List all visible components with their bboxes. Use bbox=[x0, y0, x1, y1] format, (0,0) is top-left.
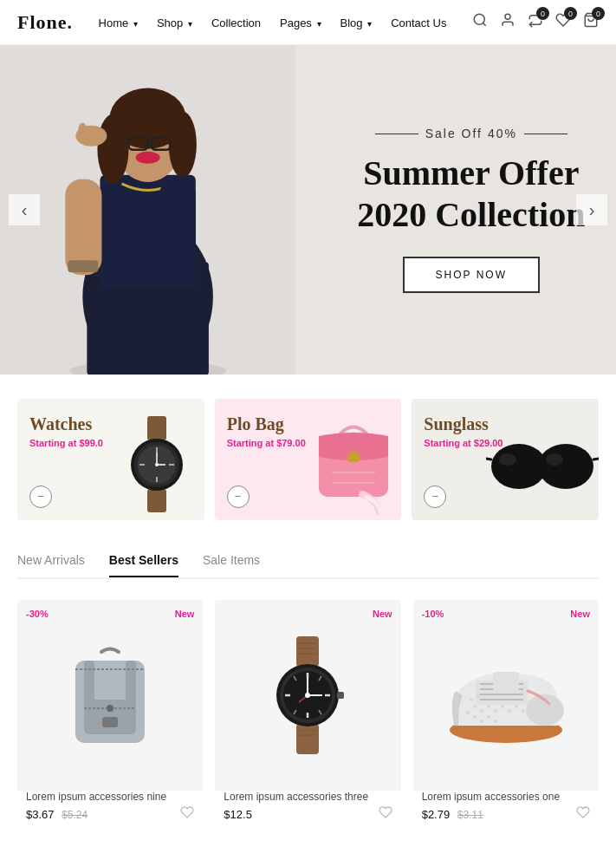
hero-title: Summer Offer 2020 Collection bbox=[357, 153, 585, 236]
product-tabs: New Arrivals Best Sellers Sale Items bbox=[17, 553, 599, 579]
product-2-price: $12.5 bbox=[224, 808, 252, 821]
svg-rect-104 bbox=[493, 672, 519, 691]
watch-image bbox=[109, 407, 204, 520]
product-2-name: Lorem ipsum accessories three bbox=[224, 791, 392, 803]
svg-point-0 bbox=[474, 14, 484, 24]
svg-line-42 bbox=[486, 458, 491, 459]
cat-watches-explore-button[interactable]: − bbox=[29, 485, 52, 508]
svg-rect-18 bbox=[159, 179, 196, 275]
cart-icon[interactable]: 0 bbox=[583, 12, 599, 32]
navbar-icons: 0 0 0 bbox=[472, 12, 599, 32]
svg-rect-36 bbox=[351, 450, 356, 457]
svg-rect-49 bbox=[126, 661, 136, 721]
cat-sunglass-title: Sunglass bbox=[424, 414, 503, 434]
svg-point-12 bbox=[169, 112, 197, 178]
new-badge-2: New bbox=[373, 609, 392, 619]
nav-link-collection[interactable]: Collection bbox=[211, 16, 261, 29]
nav-link-home[interactable]: Home ▾ bbox=[99, 16, 138, 29]
wishlist-icon[interactable]: 0 bbox=[555, 12, 571, 32]
compare-icon[interactable]: 0 bbox=[528, 12, 543, 32]
svg-point-88 bbox=[487, 705, 490, 708]
svg-point-97 bbox=[487, 715, 490, 719]
cat-bag-subtitle: Starting at $79.00 bbox=[227, 438, 306, 448]
svg-rect-21 bbox=[68, 260, 98, 272]
nav-item-collection[interactable]: Collection bbox=[211, 15, 261, 30]
nav-links: Home ▾ Shop ▾ Collection Pages ▾ Blog ▾ bbox=[99, 15, 447, 30]
svg-point-93 bbox=[522, 709, 525, 713]
hero-content: Sale Off 40% Summer Offer 2020 Collectio… bbox=[357, 127, 585, 293]
product-3-wishlist-button[interactable] bbox=[576, 805, 590, 823]
search-icon[interactable] bbox=[472, 12, 488, 32]
wishlist-badge: 0 bbox=[564, 7, 577, 20]
product-1-image-area[interactable] bbox=[17, 600, 203, 791]
svg-rect-53 bbox=[102, 717, 118, 727]
product-2-image-area[interactable] bbox=[215, 600, 400, 791]
nav-link-blog[interactable]: Blog ▾ bbox=[340, 16, 373, 29]
svg-point-86 bbox=[473, 705, 477, 708]
svg-point-98 bbox=[494, 720, 497, 723]
cat-sunglass-explore-button[interactable]: − bbox=[424, 485, 446, 508]
svg-line-1 bbox=[483, 23, 485, 25]
nav-item-contact[interactable]: Contact Us bbox=[391, 15, 446, 30]
svg-rect-58 bbox=[296, 724, 319, 754]
product-card-1: -30% New bbox=[17, 600, 203, 831]
hero-slider: ‹ Sale Off 40% Summer Offer 2020 Collect… bbox=[0, 45, 616, 375]
category-card-watches: Watches Starting at $99.0 − bbox=[17, 399, 204, 520]
product-1-price: $3.67 $5.24 bbox=[26, 808, 88, 821]
compare-badge: 0 bbox=[536, 7, 549, 20]
svg-point-33 bbox=[155, 463, 159, 466]
svg-point-92 bbox=[515, 705, 518, 708]
svg-point-90 bbox=[501, 705, 504, 708]
nav-link-contact[interactable]: Contact Us bbox=[391, 16, 446, 29]
svg-point-11 bbox=[97, 114, 128, 184]
nav-item-home[interactable]: Home ▾ bbox=[99, 15, 138, 30]
sunglass-image bbox=[486, 425, 599, 503]
nav-item-blog[interactable]: Blog ▾ bbox=[340, 15, 373, 30]
cat-sunglass-text: Sunglass Starting at $29.00 bbox=[424, 414, 503, 448]
product-3-badges: -10% New bbox=[413, 609, 599, 619]
svg-point-75 bbox=[305, 693, 310, 698]
nav-item-shop[interactable]: Shop ▾ bbox=[157, 15, 192, 30]
svg-rect-54 bbox=[296, 636, 319, 667]
user-icon[interactable] bbox=[500, 12, 515, 32]
product-1-wishlist-button[interactable] bbox=[180, 805, 194, 823]
svg-rect-76 bbox=[337, 692, 344, 699]
svg-point-87 bbox=[480, 709, 483, 713]
svg-point-89 bbox=[494, 709, 497, 713]
tab-new-arrivals[interactable]: New Arrivals bbox=[17, 553, 85, 577]
product-3-info: Lorem ipsum accessories one $2.79 $3.11 bbox=[413, 791, 599, 831]
svg-point-13 bbox=[136, 152, 160, 164]
chevron-down-icon: ▾ bbox=[133, 19, 138, 29]
cat-watches-subtitle: Starting at $99.0 bbox=[29, 438, 103, 448]
product-3-image-area[interactable] bbox=[413, 600, 599, 791]
hero-prev-button[interactable]: ‹ bbox=[9, 194, 40, 225]
navbar: Flone. Home ▾ Shop ▾ Collection Pages ▾ bbox=[0, 0, 616, 45]
category-card-bag: Plo Bag Starting at $79.00 − bbox=[215, 399, 402, 520]
cat-sunglass-subtitle: Starting at $29.00 bbox=[424, 438, 503, 448]
svg-point-94 bbox=[466, 711, 470, 714]
cat-bag-title: Plo Bag bbox=[227, 414, 306, 434]
hero-sale-label: Sale Off 40% bbox=[357, 127, 585, 140]
product-1-name: Lorem ipsum accessories nine bbox=[26, 791, 194, 803]
tab-sale-items[interactable]: Sale Items bbox=[203, 553, 260, 577]
cat-watches-text: Watches Starting at $99.0 bbox=[29, 414, 103, 448]
new-badge-1: New bbox=[175, 609, 195, 619]
svg-point-91 bbox=[508, 709, 511, 713]
svg-point-2 bbox=[505, 14, 510, 19]
svg-rect-22 bbox=[147, 416, 166, 440]
tab-best-sellers[interactable]: Best Sellers bbox=[109, 553, 178, 577]
product-2-wishlist-button[interactable] bbox=[379, 805, 392, 823]
categories-section: Watches Starting at $99.0 − bbox=[0, 375, 616, 544]
cat-watches-title: Watches bbox=[29, 414, 103, 434]
nav-link-pages[interactable]: Pages ▾ bbox=[280, 16, 321, 29]
nav-link-shop[interactable]: Shop ▾ bbox=[157, 16, 192, 29]
logo[interactable]: Flone. bbox=[17, 11, 73, 34]
svg-point-20 bbox=[78, 123, 87, 137]
hero-shop-now-button[interactable]: SHOP NOW bbox=[403, 257, 540, 293]
cat-bag-explore-button[interactable]: − bbox=[227, 485, 250, 508]
products-section: -30% New bbox=[0, 579, 616, 852]
hero-next-button[interactable]: › bbox=[576, 194, 607, 225]
nav-item-pages[interactable]: Pages ▾ bbox=[280, 15, 321, 30]
discount-badge-1: -30% bbox=[26, 609, 49, 619]
svg-point-51 bbox=[107, 705, 113, 712]
